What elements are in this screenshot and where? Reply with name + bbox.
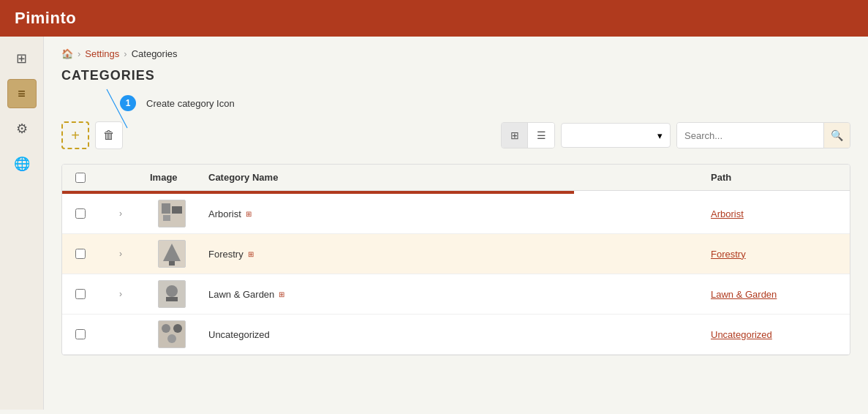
- row-3-path-link[interactable]: Lawn & Garden: [711, 289, 777, 300]
- select-all-checkbox[interactable]: [75, 173, 86, 183]
- row-3-checkbox[interactable]: [75, 289, 86, 299]
- uncategorized-img: [159, 321, 185, 347]
- breadcrumb-settings[interactable]: Settings: [85, 48, 119, 59]
- grid-view-icon: ⊞: [510, 129, 519, 141]
- svg-point-9: [166, 285, 178, 297]
- table-row: › Forestry ⊞: [62, 234, 850, 274]
- row-4-path: Uncategorized: [703, 329, 850, 340]
- filter-dropdown[interactable]: ▾: [561, 123, 671, 148]
- th-category-name: Category Name: [201, 172, 703, 183]
- row-4-category: Uncategorized: [201, 329, 703, 340]
- th-expand: [99, 172, 143, 183]
- th-select-all: [62, 172, 99, 183]
- row-1-name: Arborist: [208, 208, 241, 219]
- breadcrumb-current: Categories: [132, 48, 178, 59]
- row-2-expand[interactable]: ›: [99, 249, 143, 259]
- row-1-icon-badge: ⊞: [246, 210, 252, 218]
- view-toggles: ⊞ ☰: [501, 122, 555, 148]
- row-1-thumbnail: [158, 200, 186, 227]
- forestry-img: [159, 241, 185, 267]
- row-3-thumbnail: [158, 280, 186, 308]
- table-row: › Lawn & Garden ⊞: [62, 274, 850, 315]
- row-2-path-link[interactable]: Forestry: [711, 249, 746, 260]
- row-2-icon-badge: ⊞: [248, 250, 254, 258]
- row-checkbox-3: [62, 289, 99, 299]
- table-header: Image Category Name Path: [62, 165, 850, 191]
- sidebar-item-web[interactable]: 🌐: [7, 149, 37, 178]
- row-1-checkbox[interactable]: [75, 208, 86, 219]
- arborist-img: [159, 200, 185, 227]
- row-1-path: Arborist: [703, 208, 850, 219]
- row-3-icon-badge: ⊞: [279, 290, 284, 298]
- layers-icon: ≡: [18, 86, 26, 102]
- row-4-name: Uncategorized: [208, 329, 270, 340]
- row-1-expand[interactable]: ›: [99, 208, 143, 219]
- grid-view-button[interactable]: ⊞: [502, 123, 528, 148]
- sidebar-item-grid[interactable]: ⊞: [7, 44, 37, 73]
- row-3-expand[interactable]: ›: [99, 289, 143, 299]
- row-2-path: Forestry: [703, 249, 850, 260]
- row-checkbox-1: [62, 208, 99, 219]
- sidebar-item-settings[interactable]: ⚙: [7, 114, 37, 143]
- add-button[interactable]: +: [61, 121, 89, 149]
- row-1-image: [143, 200, 201, 227]
- svg-point-12: [162, 324, 170, 333]
- main-content: 🏠 › Settings › Categories CATEGORIES 1 C…: [44, 37, 868, 410]
- row-3-name: Lawn & Garden: [208, 289, 274, 300]
- th-image: Image: [143, 172, 201, 183]
- row-checkbox-2: [62, 249, 99, 259]
- categories-table: Image Category Name Path ›: [61, 164, 850, 355]
- row-2-thumbnail: [158, 240, 186, 268]
- svg-rect-7: [169, 261, 175, 266]
- row-3-path: Lawn & Garden: [703, 289, 850, 300]
- table-row: Uncategorized Uncategorized: [62, 315, 850, 355]
- svg-rect-10: [166, 297, 178, 301]
- lawn-img: [159, 281, 185, 307]
- search-button[interactable]: 🔍: [823, 123, 850, 148]
- th-path: Path: [703, 172, 850, 183]
- row-4-image: [143, 320, 201, 348]
- search-wrapper: 🔍: [676, 122, 850, 148]
- grid-icon: ⊞: [16, 50, 27, 67]
- row-2-name: Forestry: [208, 249, 244, 260]
- svg-point-14: [167, 334, 176, 343]
- svg-rect-3: [172, 206, 182, 214]
- tooltip-text: Create category Icon: [146, 98, 235, 109]
- svg-point-13: [173, 324, 182, 333]
- app-header: Piminto: [0, 0, 868, 37]
- row-4-thumbnail: [158, 320, 186, 348]
- tooltip-badge: 1: [120, 95, 136, 111]
- row-3-image: [143, 280, 201, 308]
- sidebar: ⊞ ≡ ⚙ 🌐: [0, 37, 44, 410]
- row-3-category: Lawn & Garden ⊞: [201, 289, 703, 300]
- plus-icon: +: [71, 127, 80, 144]
- settings-icon: ⚙: [16, 121, 28, 137]
- page-title: CATEGORIES: [61, 68, 850, 83]
- delete-button[interactable]: 🗑: [95, 121, 123, 149]
- row-2-checkbox[interactable]: [75, 249, 86, 259]
- row-4-path-link[interactable]: Uncategorized: [711, 329, 772, 340]
- row-checkbox-4: [62, 329, 99, 339]
- row-1-category: Arborist ⊞: [201, 208, 703, 219]
- sidebar-item-layers[interactable]: ≡: [7, 79, 37, 108]
- tooltip-annotation: 1 Create category Icon: [120, 95, 850, 111]
- table-row: › Arborist ⊞: [62, 194, 850, 234]
- home-icon: 🏠: [61, 48, 73, 59]
- row-4-checkbox[interactable]: [75, 329, 86, 339]
- row-2-image: [143, 240, 201, 268]
- list-view-button[interactable]: ☰: [528, 123, 554, 148]
- trash-icon: 🗑: [103, 129, 115, 142]
- toolbar: + 🗑 ⊞ ☰ ▾ 🔍: [61, 121, 850, 149]
- row-2-category: Forestry ⊞: [201, 249, 703, 260]
- svg-rect-2: [162, 203, 170, 214]
- search-icon: 🔍: [831, 129, 843, 141]
- row-1-path-link[interactable]: Arborist: [711, 208, 744, 219]
- chevron-down-icon: ▾: [657, 130, 663, 141]
- app-title: Piminto: [15, 9, 76, 27]
- web-icon: 🌐: [14, 156, 30, 172]
- breadcrumb: 🏠 › Settings › Categories: [61, 48, 850, 59]
- search-input[interactable]: [677, 123, 823, 148]
- svg-rect-4: [163, 215, 170, 221]
- list-view-icon: ☰: [537, 129, 546, 141]
